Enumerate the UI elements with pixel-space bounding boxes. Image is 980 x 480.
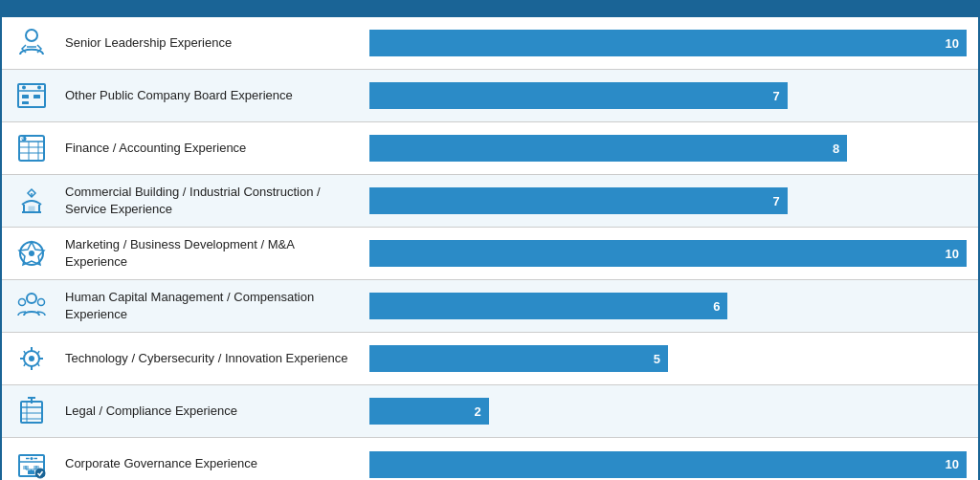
other-public-board-icon [2,73,61,119]
board-qualifications-matrix: Senior Leadership Experience 10 Other Pu… [0,0,980,480]
marketing-business-icon [2,230,61,276]
matrix-row-human-capital: Human Capital Management / Compensation … [2,280,978,333]
matrix-row-other-public-board: Other Public Company Board Experience 7 [2,70,978,122]
row-label-senior-leadership: Senior Leadership Experience [61,29,358,57]
bar-cell-technology-cyber: 5 [358,338,978,380]
bar-track-legal-compliance: 2 [369,398,967,425]
svg-point-24 [29,356,34,361]
svg-rect-5 [22,95,29,98]
bar-value-legal-compliance: 2 [475,404,481,419]
svg-rect-17 [29,207,34,212]
bar-value-commercial-building: 7 [773,194,780,208]
svg-point-39 [31,457,33,460]
matrix-row-corporate-governance: Corporate Governance Experience 10 [2,438,978,480]
svg-rect-29 [21,402,42,423]
senior-leadership-icon [2,20,61,66]
matrix-row-senior-leadership: Senior Leadership Experience 10 [2,17,978,70]
bar-value-human-capital: 6 [713,299,720,314]
bar-cell-legal-compliance: 2 [358,390,978,432]
svg-point-4 [37,86,41,90]
svg-point-0 [26,30,37,41]
bar-track-human-capital: 6 [369,293,967,319]
row-label-commercial-building: Commercial Building / Industrial Constru… [61,178,358,224]
bar-fill-commercial-building: 7 [369,187,788,214]
bar-cell-commercial-building: 7 [358,180,978,222]
bar-track-corporate-governance: 10 [369,451,967,478]
bar-cell-marketing-business: 10 [358,232,978,274]
svg-point-3 [22,86,26,90]
finance-accounting-icon: $ [2,125,61,171]
bar-track-technology-cyber: 5 [369,345,967,372]
technology-cyber-icon [2,336,61,382]
matrix-row-technology-cyber: Technology / Cybersecurity / Innovation … [2,333,978,385]
bar-fill-corporate-governance: 10 [369,451,967,478]
bar-cell-finance-accounting: 8 [358,127,978,169]
svg-point-22 [38,299,45,306]
corporate-governance-icon [2,442,61,481]
human-capital-icon [2,283,61,329]
bar-track-finance-accounting: 8 [369,135,967,162]
svg-rect-6 [33,95,40,98]
row-label-finance-accounting: Finance / Accounting Experience [61,134,358,163]
bar-cell-corporate-governance: 10 [358,444,978,481]
row-label-human-capital: Human Capital Management / Compensation … [61,283,358,329]
matrix-row-legal-compliance: Legal / Compliance Experience 2 [2,385,978,438]
svg-point-21 [19,299,26,306]
matrix-title [2,2,978,17]
matrix-row-finance-accounting: $ Finance / Accounting Experience 8 [2,122,978,175]
bar-value-other-public-board: 7 [773,89,780,103]
matrix-row-marketing-business: Marketing / Business Development / M&A E… [2,228,978,280]
bar-value-finance-accounting: 8 [833,142,839,156]
row-label-technology-cyber: Technology / Cybersecurity / Innovation … [61,344,358,373]
svg-point-20 [27,294,36,303]
bar-cell-senior-leadership: 10 [358,22,978,64]
row-label-legal-compliance: Legal / Compliance Experience [61,397,358,425]
bar-track-other-public-board: 7 [369,82,967,109]
commercial-building-icon [2,178,61,224]
bar-track-senior-leadership: 10 [369,30,967,56]
bar-fill-other-public-board: 7 [369,82,788,109]
bar-fill-finance-accounting: 8 [369,135,847,162]
svg-rect-7 [22,101,29,104]
row-label-other-public-board: Other Public Company Board Experience [61,81,358,110]
bar-track-commercial-building: 7 [369,187,967,214]
bar-cell-other-public-board: 7 [358,75,978,117]
bar-value-technology-cyber: 5 [654,352,660,366]
bar-track-marketing-business: 10 [369,240,967,267]
bar-fill-marketing-business: 10 [369,240,967,267]
bar-cell-human-capital: 6 [358,285,978,327]
bar-fill-technology-cyber: 5 [369,345,668,372]
row-label-marketing-business: Marketing / Business Development / M&A E… [61,230,358,276]
bar-value-senior-leadership: 10 [946,36,959,51]
bar-fill-senior-leadership: 10 [369,30,967,56]
matrix-row-commercial-building: Commercial Building / Industrial Constru… [2,175,978,228]
legal-compliance-icon [2,388,61,434]
svg-point-40 [35,469,45,478]
svg-point-19 [29,251,34,256]
bar-value-corporate-governance: 10 [946,457,959,471]
svg-rect-34 [28,470,34,474]
bar-fill-legal-compliance: 2 [369,398,489,425]
bar-fill-human-capital: 6 [369,293,727,319]
bar-value-marketing-business: 10 [946,247,959,261]
row-label-corporate-governance: Corporate Governance Experience [61,449,358,478]
